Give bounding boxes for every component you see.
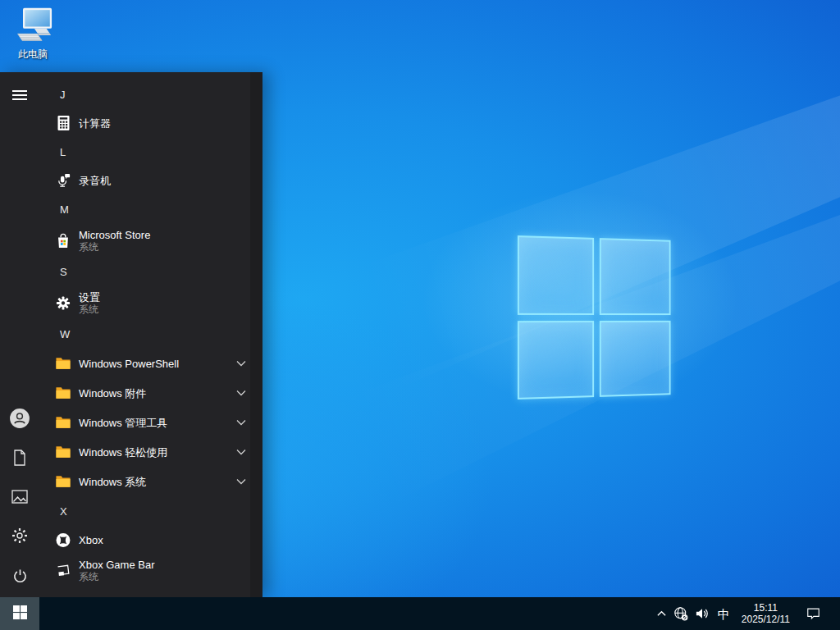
- documents-button[interactable]: [0, 440, 39, 476]
- xbox-game-bar-icon: [56, 563, 71, 578]
- pictures-icon: [11, 490, 28, 504]
- start-menu-item-settings-app[interactable]: 设置系统: [0, 286, 262, 319]
- folder-icon: [56, 474, 71, 489]
- app-label: Microsoft Store: [79, 229, 150, 241]
- start-menu-item-windows-admin-tools[interactable]: Windows 管理工具: [0, 408, 262, 437]
- store-icon: [56, 233, 71, 248]
- folder-icon: [56, 386, 71, 400]
- app-label: Xbox: [79, 534, 103, 546]
- start-menu-item-microsoft-store[interactable]: Microsoft Store系统: [0, 224, 262, 257]
- section-header-w[interactable]: W: [0, 319, 262, 349]
- chevron-down-icon[interactable]: [236, 478, 246, 485]
- user-icon: [9, 408, 30, 429]
- section-letter: W: [60, 328, 70, 340]
- volume-icon[interactable]: [695, 607, 710, 620]
- calculator-icon: [56, 116, 71, 130]
- start-button[interactable]: [0, 597, 39, 630]
- start-menu-app-list: J计算器L录音机MMicrosoft Store系统S设置系统WWindows …: [0, 72, 262, 597]
- start-menu-item-xbox[interactable]: Xbox: [0, 526, 262, 554]
- power-button[interactable]: [0, 558, 39, 594]
- start-menu-item-xbox-game-bar[interactable]: Xbox Game Bar系统: [0, 554, 262, 587]
- start-menu-item-windows-powershell[interactable]: Windows PowerShell: [0, 349, 262, 378]
- section-header-z[interactable]: Z: [0, 587, 262, 597]
- start-menu-item-voice-recorder[interactable]: 录音机: [0, 167, 262, 194]
- section-header-s[interactable]: S: [0, 257, 262, 286]
- pictures-button[interactable]: [0, 478, 39, 514]
- voice-recorder-icon: [56, 173, 71, 188]
- start-menu-rail: [0, 72, 39, 597]
- app-label: 录音机: [79, 175, 111, 187]
- section-header-m[interactable]: M: [0, 194, 262, 224]
- network-status-icon[interactable]: [673, 606, 688, 621]
- start-menu-item-windows-ease-of-access[interactable]: Windows 轻松使用: [0, 437, 262, 467]
- windows-wallpaper-logo: [518, 235, 671, 399]
- section-letter: S: [60, 266, 67, 278]
- desktop-icon-label: 此电脑: [18, 48, 48, 62]
- show-hidden-icons-button[interactable]: [656, 609, 667, 618]
- app-list-scrollbar[interactable]: [250, 72, 262, 597]
- computer-icon: [11, 7, 54, 46]
- folder-icon: [56, 445, 71, 459]
- logo-pane: [518, 321, 594, 399]
- logo-pane: [518, 235, 594, 314]
- gear-icon: [11, 527, 28, 544]
- chevron-down-icon[interactable]: [236, 360, 246, 367]
- system-tray: 中 15:11 2025/12/11: [656, 597, 840, 630]
- taskbar: 中 15:11 2025/12/11: [0, 597, 840, 630]
- section-header-l[interactable]: L: [0, 137, 262, 167]
- section-letter: M: [60, 203, 69, 216]
- app-label: 设置: [79, 291, 100, 304]
- clock-date: 2025/12/11: [742, 614, 790, 625]
- clock-time: 15:11: [754, 602, 778, 614]
- app-sublabel: 系统: [79, 241, 150, 253]
- section-letter: X: [60, 505, 67, 518]
- section-letter: J: [60, 89, 66, 101]
- chevron-down-icon[interactable]: [236, 390, 246, 396]
- settings-icon: [56, 295, 71, 310]
- settings-button[interactable]: [0, 518, 39, 554]
- section-header-j[interactable]: J: [0, 80, 262, 109]
- app-sublabel: 系统: [79, 571, 155, 582]
- logo-pane: [599, 320, 670, 396]
- windows-logo-icon: [13, 605, 27, 622]
- xbox-icon: [56, 532, 71, 547]
- app-label: Windows 附件: [79, 387, 146, 399]
- app-label: Windows 管理工具: [79, 417, 167, 429]
- chevron-down-icon[interactable]: [236, 449, 246, 455]
- taskbar-clock[interactable]: 15:11 2025/12/11: [742, 602, 790, 625]
- logo-pane: [599, 238, 670, 314]
- folder-icon: [56, 415, 71, 430]
- action-center-button[interactable]: [806, 607, 820, 620]
- section-header-x[interactable]: X: [0, 496, 262, 526]
- start-menu-item-windows-system[interactable]: Windows 系统: [0, 467, 262, 496]
- section-letter: L: [60, 146, 66, 158]
- start-menu-item-windows-accessories[interactable]: Windows 附件: [0, 378, 262, 408]
- expand-menu-button[interactable]: [0, 77, 39, 113]
- document-icon: [12, 450, 27, 466]
- hamburger-icon: [12, 89, 27, 101]
- app-sublabel: 系统: [79, 304, 100, 315]
- start-menu-item-calculator[interactable]: 计算器: [0, 109, 262, 137]
- chevron-down-icon[interactable]: [236, 419, 246, 426]
- power-icon: [12, 568, 28, 584]
- app-label: Windows PowerShell: [79, 358, 179, 370]
- app-label: Windows 系统: [79, 476, 146, 488]
- app-label: 计算器: [79, 117, 111, 130]
- app-label: Xbox Game Bar: [79, 559, 155, 571]
- start-menu: J计算器L录音机MMicrosoft Store系统S设置系统WWindows …: [0, 72, 262, 597]
- folder-icon: [56, 356, 71, 371]
- user-account-button[interactable]: [0, 400, 39, 436]
- app-label: Windows 轻松使用: [79, 446, 167, 459]
- ime-indicator[interactable]: 中: [716, 608, 732, 620]
- desktop-icon-this-pc[interactable]: 此电脑: [7, 7, 59, 62]
